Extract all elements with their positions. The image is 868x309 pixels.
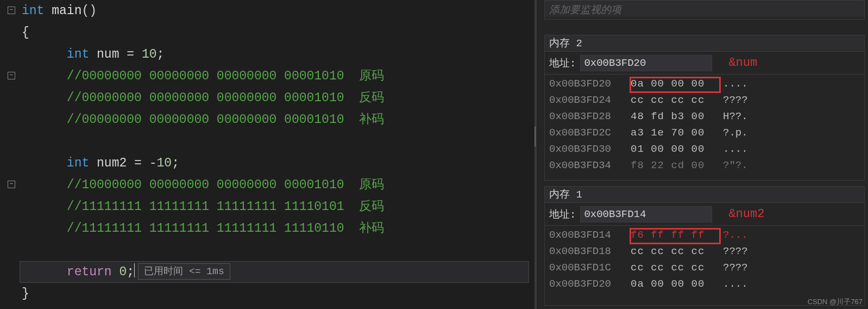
annotation-num2: &num2 — [728, 207, 764, 221]
memory-row[interactable]: 0x00B3FD200a 00 00 00.... — [549, 76, 860, 92]
annotation-num: &num — [728, 56, 757, 70]
memory-row-ascii: ?... — [723, 227, 766, 243]
code-line[interactable]: //00000000 00000000 00000000 00001010 补码 — [20, 109, 534, 131]
memory-address-row: 地址: &num — [545, 52, 864, 75]
memory-row-bytes: cc cc cc cc — [631, 259, 723, 276]
fold-toggle[interactable] — [8, 7, 15, 14]
memory-row-addr: 0x00B3FD34 — [549, 157, 631, 174]
memory-row-bytes: 01 00 00 00 — [631, 141, 723, 157]
editor-gutter — [0, 0, 20, 309]
memory-row-bytes: 0a 00 00 00 — [631, 276, 723, 292]
memory-row-addr: 0x00B3FD1C — [549, 259, 631, 276]
memory-row-bytes: 0a 00 00 00 — [631, 76, 723, 92]
perf-hint: 已用时间 <= 1ms — [138, 263, 230, 280]
memory-panel-2: 内存 2 地址: &num 0x00B3FD200a 00 00 00....0… — [544, 35, 865, 181]
memory-row[interactable]: 0x00B3FD3001 00 00 00.... — [549, 141, 860, 157]
address-label: 地址: — [549, 56, 576, 70]
watermark: CSDN @川子767 — [808, 297, 863, 307]
memory-row-bytes: f8 22 cd 00 — [631, 157, 723, 174]
address-label: 地址: — [549, 207, 576, 221]
memory-row-bytes: cc cc cc cc — [631, 243, 723, 259]
memory-row-ascii: ?"?. — [723, 157, 766, 174]
code-line[interactable] — [20, 131, 534, 152]
memory-row-addr: 0x00B3FD18 — [549, 243, 631, 259]
memory-row[interactable]: 0x00B3FD2848 fd b3 00H??. — [549, 108, 860, 125]
memory-address-input[interactable] — [580, 206, 712, 223]
memory-panel-title: 内存 1 — [545, 187, 864, 203]
code-editor[interactable]: int main(){ int num = 10; //00000000 000… — [0, 0, 536, 309]
memory-row[interactable]: 0x00B3FD18cc cc cc cc???? — [549, 243, 860, 259]
fold-toggle[interactable] — [8, 72, 15, 79]
memory-row-ascii: .... — [723, 76, 766, 92]
memory-row-bytes: cc cc cc cc — [631, 92, 723, 108]
memory-row-addr: 0x00B3FD14 — [549, 227, 631, 243]
code-line[interactable]: return 0;已用时间 <= 1ms — [20, 261, 534, 283]
code-line[interactable]: //11111111 11111111 11111111 11110110 补码 — [20, 218, 534, 239]
fold-toggle[interactable] — [8, 181, 15, 188]
memory-row-addr: 0x00B3FD20 — [549, 76, 631, 92]
code-line[interactable]: int num = 10; — [20, 44, 534, 65]
memory-row[interactable]: 0x00B3FD24cc cc cc cc???? — [549, 92, 860, 108]
memory-row[interactable]: 0x00B3FD2Ca3 1e 70 00?.p. — [549, 125, 860, 141]
code-line[interactable]: { — [20, 22, 534, 44]
memory-row-bytes: a3 1e 70 00 — [631, 125, 723, 141]
memory-panel-title: 内存 2 — [545, 35, 864, 52]
memory-address-row: 地址: &num2 — [545, 203, 864, 226]
code-line[interactable]: int main() — [20, 0, 534, 22]
memory-row-ascii: .... — [723, 276, 766, 292]
memory-row-ascii: ???? — [723, 92, 766, 108]
memory-row-bytes: 48 fd b3 00 — [631, 108, 723, 125]
debug-panels: 添加要监视的项 内存 2 地址: &num 0x00B3FD200a 00 00… — [536, 0, 868, 309]
memory-row-ascii: H??. — [723, 108, 766, 125]
code-line[interactable]: //00000000 00000000 00000000 00001010 反码 — [20, 87, 534, 109]
memory-row[interactable]: 0x00B3FD14f6 ff ff ff?... — [549, 227, 860, 243]
memory-row[interactable]: 0x00B3FD1Ccc cc cc cc???? — [549, 259, 860, 276]
memory-row-ascii: ???? — [723, 243, 766, 259]
code-line[interactable]: //11111111 11111111 11111111 11110101 反码 — [20, 196, 534, 218]
watch-placeholder: 添加要监视的项 — [545, 1, 864, 17]
memory-row-ascii: ???? — [723, 259, 766, 276]
memory-row[interactable]: 0x00B3FD200a 00 00 00.... — [549, 276, 860, 292]
code-line[interactable] — [20, 239, 534, 261]
code-line[interactable]: int num2 = -10; — [20, 152, 534, 174]
memory-row-ascii: ?.p. — [723, 125, 766, 141]
memory-panel-1: 内存 1 地址: &num2 0x00B3FD14f6 ff ff ff?...… — [544, 186, 865, 306]
code-line[interactable]: //00000000 00000000 00000000 00001010 原码 — [20, 65, 534, 87]
code-line[interactable]: //10000000 00000000 00000000 00001010 原码 — [20, 174, 534, 196]
memory-row-ascii: .... — [723, 141, 766, 157]
memory-address-input[interactable] — [580, 55, 712, 71]
memory-row-addr: 0x00B3FD20 — [549, 276, 631, 292]
memory-row[interactable]: 0x00B3FD34f8 22 cd 00?"?. — [549, 157, 860, 174]
memory-row-addr: 0x00B3FD24 — [549, 92, 631, 108]
code-line[interactable]: } — [20, 283, 534, 305]
memory-row-addr: 0x00B3FD30 — [549, 141, 631, 157]
watch-panel-cut: 添加要监视的项 — [544, 0, 865, 20]
memory-row-addr: 0x00B3FD2C — [549, 125, 631, 141]
memory-row-addr: 0x00B3FD28 — [549, 108, 631, 125]
memory-row-bytes: f6 ff ff ff — [631, 227, 723, 243]
